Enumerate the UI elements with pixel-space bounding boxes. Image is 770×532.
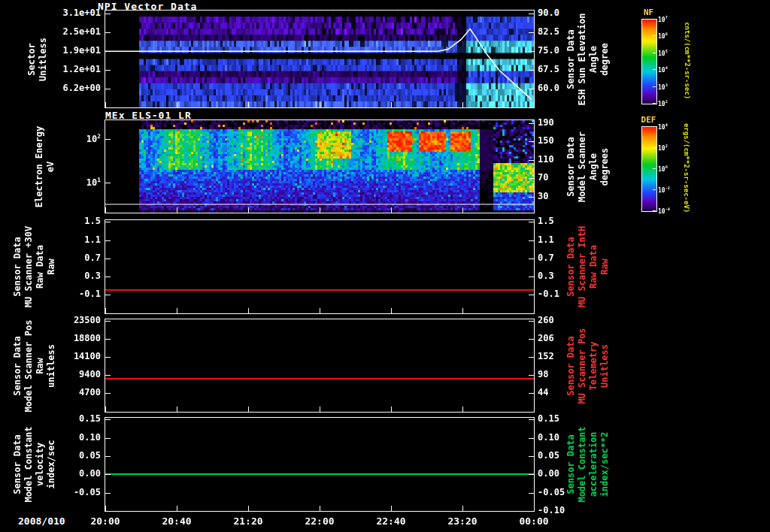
y-tick-mark [105,321,111,322]
colorbar-tick-label: 102 [658,99,679,107]
y-tick-label-right: 206 [538,333,577,343]
y-tick-mark [529,222,534,222]
y-tick-label-right: 152 [538,351,577,361]
y-tick-mark [529,393,534,394]
y-tick-label-right: 150 [538,135,577,146]
y-tick-label-right: 75.0 [538,45,577,56]
colorbar-tick-mark [653,189,656,190]
x-tick-mark [534,407,535,412]
y-tick-mark [105,493,111,494]
y-tick-label-right: 0.15 [538,413,577,424]
y-tick-mark [529,277,534,277]
y-tick-mark [529,89,534,89]
colorbar-tick-mark [653,210,656,211]
y-tick-label-left: 102 [45,133,101,144]
plot-figure: NPI Vector Data MEx ELS-01 LR 2008/010 3… [0,0,770,532]
y-tick-mark [105,32,111,33]
x-tick-mark [248,407,249,412]
y-tick-mark [529,375,534,376]
colorbar-tick-label: 102 [658,144,679,152]
y-tick-label-right: 110 [538,154,577,165]
y-tick-mark [105,419,111,420]
y-tick-label-left: 23500 [45,315,101,325]
y-tick-label-right: 1.1 [538,234,577,245]
x-tick-label: 20:40 [154,515,199,527]
y-tick-mark [105,339,111,340]
y-tick-mark [105,357,111,358]
y-tick-label-left: -0.05 [45,487,101,497]
y-tick-mark [105,438,111,439]
panel-0-spectrogram [105,11,534,107]
colorbar-tick-mark [653,103,656,104]
y-tick-mark [529,357,534,358]
colorbar-def-units-label-text: ergs/(cm**2-sr-sec-eV) [682,123,690,213]
x-tick-mark [177,102,177,107]
colorbar-tick-label: 10-2 [658,186,679,194]
colorbar-tick-mark [653,86,656,87]
y-tick-label-left: 1.2e+01 [45,64,101,74]
x-tick-mark [248,506,249,511]
plot-page: { "chart_data": { "type": "heatmap", "fi… [0,0,770,532]
colorbar-tick-mark [653,168,656,169]
y-tick-mark [105,393,111,394]
y-tick-mark [105,258,111,259]
y-tick-label-right: 67.5 [538,64,577,74]
y-tick-mark [529,474,534,475]
x-tick-mark [534,102,535,107]
x-tick-label: 21:20 [226,515,271,527]
y-tick-label-right: 0.00 [538,468,577,479]
x-tick-mark [105,506,106,511]
y-tick-mark [529,160,534,161]
colorbar-tick-mark [653,147,656,148]
x-tick-label: 22:40 [368,515,414,527]
y-tick-label-left: 14100 [45,351,101,361]
x-tick-mark [320,506,320,511]
y-tick-mark [529,438,534,439]
y-tick-mark [105,240,111,241]
x-tick-label: 20:00 [83,515,128,527]
y-tick-mark [105,89,111,89]
y-tick-label-left: 1.1 [45,234,101,245]
y-tick-label-left: 0.05 [45,450,101,461]
y-tick-label-right: 98 [538,369,577,379]
y-tick-mark [529,51,534,52]
y-tick-label-left: 0.7 [45,252,101,263]
y-tick-mark [529,339,534,340]
y-tick-mark [105,474,111,475]
colorbar-tick-mark [653,126,656,127]
x-tick-mark [105,207,106,213]
colorbar-tick-label: 104 [658,122,679,131]
y-tick-label-right: -0.10 [538,505,577,515]
colorbar-tick-label: 10-4 [658,207,679,215]
x-tick-label: 22:00 [297,515,342,527]
x-tick-mark [177,506,177,511]
y-tick-mark [529,419,534,420]
y-tick-label-right: -0.05 [538,487,577,497]
y-tick-mark [529,511,534,512]
panel-3-data-line [105,378,534,379]
x-tick-mark [320,407,320,412]
y-tick-mark [529,32,534,33]
y-tick-mark [105,183,111,183]
colorbar-tick-mark [653,19,656,20]
colorbar-tick-label: 100 [658,165,679,173]
panel-frame-2 [105,219,535,314]
y-tick-mark [529,123,534,124]
colorbar-tick-mark [653,69,656,70]
colorbar-nf [641,19,657,104]
x-tick-mark [391,308,392,313]
x-tick-mark [177,407,177,412]
colorbar-tick-label: 104 [658,65,679,74]
x-tick-mark [534,308,535,313]
y-tick-label-left: 18800 [45,333,101,343]
x-tick-mark [105,407,106,412]
y-tick-label-right: 0.7 [538,252,577,263]
colorbar-tick-mark [653,35,656,36]
panel-4-data-line [105,473,534,475]
y-tick-label-left: 1.9e+01 [45,45,101,56]
x-tick-mark [105,308,106,313]
x-tick-mark [462,308,463,313]
y-tick-mark [529,240,534,241]
y-tick-label-right: 60.0 [538,83,577,93]
x-tick-mark [391,102,392,107]
